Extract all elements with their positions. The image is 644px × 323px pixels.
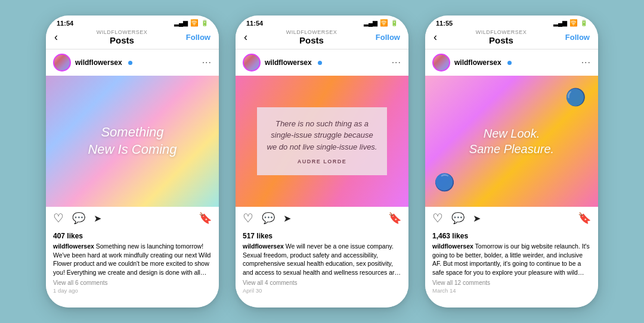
post-image-text-3: New Look.Same Pleasure. — [457, 126, 566, 157]
share-button-1[interactable]: ➤ — [94, 213, 101, 224]
nav-title-1: Posts — [110, 35, 134, 45]
comment-button-3[interactable]: 💬 — [451, 212, 465, 225]
phone-1: 11:54 ▂▄▆ 🛜 🔋 ‹ WILDFLOWERSEX Posts Foll… — [46, 15, 219, 308]
post-image-1: SomethingNew Is Coming — [46, 76, 219, 207]
action-bar-3: ♡ 💬 ➤ 🔖 — [425, 207, 598, 229]
signal-icon-1: ▂▄▆ — [174, 20, 188, 26]
likes-count-3: 1,463 likes — [432, 232, 591, 240]
like-button-3[interactable]: ♡ — [432, 211, 443, 225]
bookmark-button-2[interactable]: 🔖 — [388, 212, 401, 225]
nav-center-1: WILDFLOWERSEX Posts — [97, 29, 148, 45]
caption-username-3: wildflowersex — [432, 243, 473, 250]
like-button-2[interactable]: ♡ — [243, 211, 253, 225]
nav-username-2: WILDFLOWERSEX — [286, 29, 338, 35]
post-username-2[interactable]: wildflowersex — [265, 58, 312, 67]
post-caption-1: wildflowersex Something new is launching… — [53, 242, 212, 277]
share-button-3[interactable]: ➤ — [473, 213, 481, 224]
avatar-1 — [53, 54, 71, 72]
status-bar-3: 11:55 ▂▄▆ 🛜 🔋 — [425, 15, 598, 28]
signal-icon-2: ▂▄▆ — [364, 20, 377, 26]
action-bar-1: ♡ 💬 ➤ 🔖 — [46, 207, 219, 229]
quote-text-2: There is no such thing as a single-issue… — [267, 118, 377, 153]
post-date-1: 1 day ago — [53, 287, 212, 294]
status-icons-1: ▂▄▆ 🛜 🔋 — [174, 19, 208, 27]
toy-icon-top: 🔵 — [562, 83, 590, 111]
likes-count-2: 517 likes — [243, 232, 401, 240]
avatar-3 — [432, 54, 450, 72]
nav-username-3: WILDFLOWERSEX — [476, 29, 527, 35]
post-username-1[interactable]: wildflowersex — [75, 58, 122, 67]
post-content-2: 517 likes wildflowersex We will never be… — [236, 229, 408, 308]
comment-button-1[interactable]: 💬 — [72, 212, 85, 225]
wifi-icon-1: 🛜 — [190, 19, 199, 27]
wifi-icon-3: 🛜 — [569, 19, 578, 27]
post-date-2: April 30 — [243, 287, 401, 294]
status-bar-1: 11:54 ▂▄▆ 🛜 🔋 — [46, 15, 219, 28]
verified-badge-1 — [128, 61, 132, 65]
post-header-3: wildflowersex ··· — [425, 49, 598, 76]
post-header-1: wildflowersex ··· — [46, 49, 219, 76]
post-user-1: wildflowersex — [53, 54, 132, 72]
phone-2: 11:54 ▂▄▆ 🛜 🔋 ‹ WILDFLOWERSEX Posts Foll… — [236, 15, 408, 308]
view-comments-2[interactable]: View all 4 comments — [243, 279, 401, 286]
nav-title-3: Posts — [489, 35, 513, 45]
share-button-2[interactable]: ➤ — [283, 213, 291, 224]
toy-icon-bottom: 🔵 — [430, 168, 459, 197]
post-caption-3: wildflowersex Tomorrow is our big websit… — [432, 242, 591, 277]
back-button-3[interactable]: ‹ — [434, 31, 437, 44]
post-image-3: 🔵 🔵 New Look.Same Pleasure. — [425, 76, 598, 207]
verified-badge-2 — [318, 61, 322, 65]
more-options-button-2[interactable]: ··· — [392, 57, 401, 68]
comment-button-2[interactable]: 💬 — [262, 212, 275, 225]
post-image-text-1: SomethingNew Is Coming — [76, 124, 188, 158]
status-time-3: 11:55 — [436, 20, 453, 27]
battery-icon-1: 🔋 — [201, 20, 208, 26]
caption-username-2: wildflowersex — [243, 243, 284, 250]
bookmark-button-3[interactable]: 🔖 — [578, 212, 591, 225]
caption-username-1: wildflowersex — [53, 243, 94, 250]
view-comments-1[interactable]: View all 6 comments — [53, 279, 212, 286]
verified-badge-3 — [507, 61, 512, 65]
avatar-2 — [243, 54, 261, 72]
nav-bar-1: ‹ WILDFLOWERSEX Posts Follow — [46, 28, 219, 49]
post-content-1: 407 likes wildflowersex Something new is… — [46, 229, 219, 308]
post-caption-2: wildflowersex We will never be a one iss… — [243, 242, 401, 277]
follow-button-1[interactable]: Follow — [186, 33, 210, 42]
back-button-1[interactable]: ‹ — [54, 31, 58, 44]
post-user-3: wildflowersex — [432, 54, 512, 72]
post-header-2: wildflowersex ··· — [236, 49, 408, 76]
status-time-1: 11:54 — [57, 20, 73, 27]
view-comments-3[interactable]: View all 12 comments — [432, 279, 591, 286]
quote-box-2: There is no such thing as a single-issue… — [257, 107, 387, 176]
nav-center-2: WILDFLOWERSEX Posts — [286, 29, 338, 45]
wifi-icon-2: 🛜 — [380, 19, 388, 27]
status-icons-2: ▂▄▆ 🛜 🔋 — [364, 19, 398, 27]
bookmark-button-1[interactable]: 🔖 — [199, 212, 212, 225]
more-options-button-1[interactable]: ··· — [202, 57, 212, 68]
status-icons-3: ▂▄▆ 🛜 🔋 — [553, 19, 587, 27]
post-content-3: 1,463 likes wildflowersex Tomorrow is ou… — [425, 229, 598, 308]
nav-bar-3: ‹ WILDFLOWERSEX Posts Follow — [425, 28, 598, 49]
post-user-2: wildflowersex — [243, 54, 322, 72]
nav-bar-2: ‹ WILDFLOWERSEX Posts Follow — [236, 28, 408, 49]
back-button-2[interactable]: ‹ — [244, 31, 247, 44]
action-bar-2: ♡ 💬 ➤ 🔖 — [236, 207, 408, 229]
post-image-2: There is no such thing as a single-issue… — [236, 76, 408, 207]
phone-3: 11:55 ▂▄▆ 🛜 🔋 ‹ WILDFLOWERSEX Posts Foll… — [425, 15, 598, 308]
nav-center-3: WILDFLOWERSEX Posts — [476, 29, 527, 45]
follow-button-2[interactable]: Follow — [376, 33, 400, 42]
signal-icon-3: ▂▄▆ — [553, 20, 567, 26]
follow-button-3[interactable]: Follow — [565, 33, 590, 42]
status-time-2: 11:54 — [246, 20, 263, 27]
status-bar-2: 11:54 ▂▄▆ 🛜 🔋 — [236, 15, 408, 28]
battery-icon-3: 🔋 — [580, 20, 587, 26]
quote-author-2: AUDRE LORDE — [267, 159, 377, 164]
nav-title-2: Posts — [299, 35, 324, 45]
more-options-button-3[interactable]: ··· — [581, 57, 591, 68]
nav-username-1: WILDFLOWERSEX — [97, 29, 148, 35]
battery-icon-2: 🔋 — [391, 20, 398, 26]
like-button-1[interactable]: ♡ — [53, 211, 64, 225]
likes-count-1: 407 likes — [53, 232, 212, 240]
post-date-3: March 14 — [432, 287, 591, 294]
post-username-3[interactable]: wildflowersex — [454, 58, 501, 67]
